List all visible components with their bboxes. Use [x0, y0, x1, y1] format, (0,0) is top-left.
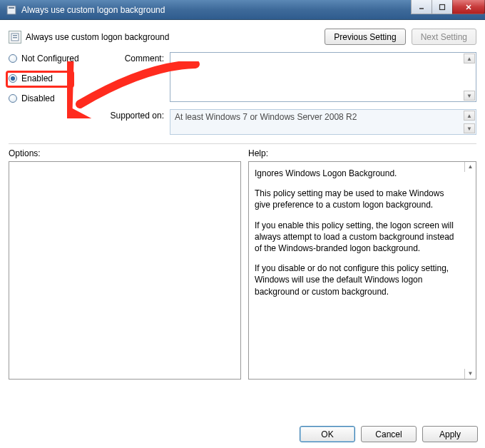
scroll-up-icon[interactable]: ▲ [464, 54, 475, 63]
state-radio-group: Not Configured Enabled Disabled [9, 52, 94, 135]
radio-dot-icon [9, 74, 17, 83]
svg-rect-8 [13, 37, 17, 39]
window-controls [412, 0, 485, 14]
help-panel: Ignores Windows Logon Background. This p… [248, 161, 476, 380]
supported-textbox: At least Windows 7 or Windows Server 200… [170, 109, 476, 135]
comment-scroll-arrows: ▲ ▼ [464, 54, 475, 101]
radio-enabled[interactable]: Enabled [9, 73, 94, 83]
radio-label: Not Configured [21, 54, 79, 63]
help-paragraph: Ignores Windows Logon Background. [255, 168, 461, 179]
radio-label: Disabled [21, 93, 55, 103]
options-label: Options: [9, 148, 241, 158]
comment-textarea[interactable]: ▲ ▼ [170, 52, 476, 102]
help-scroll-arrows: ▲ ▼ [464, 162, 476, 379]
help-paragraph: If you disable or do not configure this … [255, 263, 461, 297]
svg-rect-0 [7, 6, 16, 14]
panels-row: Ignores Windows Logon Background. This p… [6, 161, 479, 380]
fields-column: Comment: ▲ ▼ Supported on: At least Wind… [101, 52, 476, 135]
supported-row: Supported on: At least Windows 7 or Wind… [101, 109, 476, 135]
radio-not-configured[interactable]: Not Configured [9, 54, 94, 63]
dialog-client: Always use custom logon background Previ… [0, 20, 485, 448]
svg-rect-3 [440, 4, 445, 9]
policy-title: Always use custom logon background [9, 31, 169, 44]
radio-disabled[interactable]: Disabled [9, 93, 94, 103]
close-button[interactable] [452, 0, 485, 14]
panel-labels: Options: Help: [6, 148, 479, 161]
next-setting-button[interactable]: Next Setting [412, 29, 476, 45]
scroll-down-icon[interactable]: ▼ [464, 91, 475, 101]
section-divider [9, 143, 476, 144]
scroll-down-icon[interactable]: ▼ [464, 369, 476, 379]
maximize-button[interactable] [432, 0, 453, 14]
nav-buttons: Previous Setting Next Setting [325, 29, 476, 45]
scroll-down-icon[interactable]: ▼ [464, 123, 475, 133]
help-paragraph: This policy setting may be used to make … [255, 188, 461, 210]
options-panel [9, 161, 241, 380]
help-label: Help: [248, 148, 268, 158]
window-titlebar: Always use custom logon background [0, 0, 485, 20]
dialog-footer: OK Cancel Apply [300, 426, 478, 442]
ok-button[interactable]: OK [300, 426, 355, 442]
scroll-up-icon[interactable]: ▲ [464, 111, 475, 121]
apply-button[interactable]: Apply [422, 426, 478, 442]
cancel-button[interactable]: Cancel [361, 426, 417, 442]
radio-label: Enabled [21, 73, 53, 83]
minimize-button[interactable] [411, 0, 432, 14]
supported-scroll-arrows: ▲ ▼ [464, 111, 475, 133]
comment-label: Comment: [101, 52, 164, 102]
policy-name-text: Always use custom logon background [26, 32, 169, 42]
previous-setting-button[interactable]: Previous Setting [325, 29, 405, 45]
supported-label: Supported on: [101, 109, 164, 135]
help-paragraph: If you enable this policy setting, the l… [255, 220, 461, 255]
header-row: Always use custom logon background Previ… [6, 26, 479, 52]
scroll-up-icon[interactable]: ▲ [464, 162, 476, 172]
policy-icon [9, 31, 21, 44]
supported-value: At least Windows 7 or Windows Server 200… [175, 112, 357, 122]
window-title: Always use custom logon background [21, 5, 165, 15]
radio-dot-icon [9, 94, 17, 103]
radio-dot-icon [9, 54, 17, 63]
policy-window-icon [6, 4, 17, 16]
config-row: Not Configured Enabled Disabled Comment:… [6, 52, 479, 135]
svg-rect-7 [13, 35, 17, 36]
svg-rect-1 [9, 7, 14, 9]
comment-row: Comment: ▲ ▼ [101, 52, 476, 102]
